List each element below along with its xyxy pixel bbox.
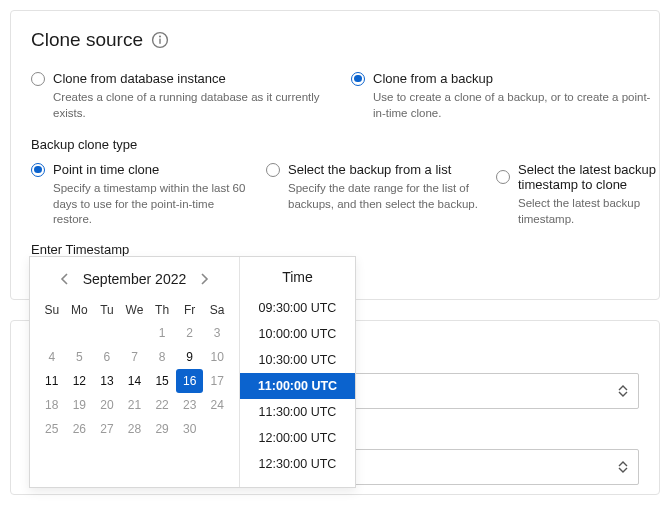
day-cell[interactable]: 13 bbox=[93, 369, 121, 393]
option-desc: Specify the date range for the list of b… bbox=[288, 181, 486, 212]
day-cell[interactable]: 28 bbox=[121, 417, 149, 441]
dow-cell: Th bbox=[148, 299, 176, 321]
calendar-pane: September 2022 SuMoTuWeThFrSa 1234567891… bbox=[30, 257, 240, 487]
backup-clone-type-label: Backup clone type bbox=[31, 137, 639, 152]
day-cell bbox=[93, 321, 121, 345]
day-cell[interactable]: 25 bbox=[38, 417, 66, 441]
day-cell[interactable]: 11 bbox=[38, 369, 66, 393]
dow-cell: Su bbox=[38, 299, 66, 321]
svg-point-1 bbox=[159, 36, 161, 38]
prev-month-button[interactable] bbox=[57, 271, 73, 287]
timestamp-label: Enter Timestamp bbox=[31, 242, 639, 257]
option-from-instance[interactable]: Clone from database instance Creates a c… bbox=[31, 71, 341, 121]
option-label: Clone from database instance bbox=[53, 71, 226, 86]
time-slot[interactable]: 12:00:00 UTC bbox=[240, 425, 355, 451]
stepper-icon bbox=[618, 461, 628, 473]
month-title: September 2022 bbox=[83, 271, 187, 287]
time-pane: Time 09:30:00 UTC10:00:00 UTC10:30:00 UT… bbox=[240, 257, 355, 487]
dow-cell: Mo bbox=[66, 299, 94, 321]
day-cell bbox=[203, 417, 231, 441]
day-cell[interactable]: 22 bbox=[148, 393, 176, 417]
time-slot[interactable]: 09:30:00 UTC bbox=[240, 295, 355, 321]
day-cell[interactable]: 23 bbox=[176, 393, 204, 417]
radio-icon bbox=[31, 163, 45, 177]
day-cell[interactable]: 10 bbox=[203, 345, 231, 369]
day-cell bbox=[38, 321, 66, 345]
day-cell[interactable]: 18 bbox=[38, 393, 66, 417]
day-cell[interactable]: 9 bbox=[176, 345, 204, 369]
day-cell[interactable]: 21 bbox=[121, 393, 149, 417]
day-cell[interactable]: 19 bbox=[66, 393, 94, 417]
day-of-week-row: SuMoTuWeThFrSa bbox=[38, 299, 231, 321]
dow-cell: Sa bbox=[203, 299, 231, 321]
day-cell[interactable]: 26 bbox=[66, 417, 94, 441]
day-cell[interactable]: 3 bbox=[203, 321, 231, 345]
section-title: Clone source bbox=[31, 29, 639, 51]
backup-clone-type-options: Point in time clone Specify a timestamp … bbox=[31, 162, 639, 228]
option-label: Select the backup from a list bbox=[288, 162, 451, 177]
stepper-icon bbox=[618, 385, 628, 397]
option-desc: Use to create a clone of a backup, or to… bbox=[373, 90, 651, 121]
option-point-in-time[interactable]: Point in time clone Specify a timestamp … bbox=[31, 162, 256, 228]
option-label: Clone from a backup bbox=[373, 71, 493, 86]
clone-source-options: Clone from database instance Creates a c… bbox=[31, 71, 639, 121]
day-cell[interactable]: 4 bbox=[38, 345, 66, 369]
dow-cell: Fr bbox=[176, 299, 204, 321]
time-slot[interactable]: 11:00:00 UTC bbox=[240, 373, 355, 399]
day-cell[interactable]: 30 bbox=[176, 417, 204, 441]
time-header: Time bbox=[240, 265, 355, 295]
option-latest-backup[interactable]: Select the latest backup timestamp to cl… bbox=[496, 162, 670, 228]
day-cell bbox=[121, 321, 149, 345]
section-title-text: Clone source bbox=[31, 29, 143, 51]
day-cell[interactable]: 7 bbox=[121, 345, 149, 369]
radio-icon bbox=[496, 170, 510, 184]
day-cell[interactable]: 12 bbox=[66, 369, 94, 393]
option-label: Select the latest backup timestamp to cl… bbox=[518, 162, 670, 192]
next-month-button[interactable] bbox=[196, 271, 212, 287]
dow-cell: Tu bbox=[93, 299, 121, 321]
day-cell[interactable]: 17 bbox=[203, 369, 231, 393]
option-desc: Creates a clone of a running database as… bbox=[53, 90, 341, 121]
day-cell[interactable]: 8 bbox=[148, 345, 176, 369]
datepicker-popover: September 2022 SuMoTuWeThFrSa 1234567891… bbox=[29, 256, 356, 488]
radio-icon bbox=[351, 72, 365, 86]
day-cell[interactable]: 5 bbox=[66, 345, 94, 369]
option-desc: Specify a timestamp within the last 60 d… bbox=[53, 181, 256, 228]
day-cell[interactable]: 24 bbox=[203, 393, 231, 417]
option-from-backup[interactable]: Clone from a backup Use to create a clon… bbox=[351, 71, 651, 121]
day-cell[interactable]: 6 bbox=[93, 345, 121, 369]
day-cell[interactable]: 20 bbox=[93, 393, 121, 417]
radio-icon bbox=[266, 163, 280, 177]
option-label: Point in time clone bbox=[53, 162, 159, 177]
day-cell[interactable]: 2 bbox=[176, 321, 204, 345]
day-cell[interactable]: 16 bbox=[176, 369, 204, 393]
day-cell[interactable]: 14 bbox=[121, 369, 149, 393]
info-icon[interactable] bbox=[151, 31, 169, 49]
option-select-from-list[interactable]: Select the backup from a list Specify th… bbox=[266, 162, 486, 228]
time-slot[interactable]: 11:30:00 UTC bbox=[240, 399, 355, 425]
time-list: 09:30:00 UTC10:00:00 UTC10:30:00 UTC11:0… bbox=[240, 295, 355, 477]
day-cell[interactable]: 29 bbox=[148, 417, 176, 441]
day-cell bbox=[66, 321, 94, 345]
time-slot[interactable]: 10:30:00 UTC bbox=[240, 347, 355, 373]
calendar-grid: 1234567891011121314151617181920212223242… bbox=[38, 321, 231, 441]
day-cell[interactable]: 27 bbox=[93, 417, 121, 441]
time-slot[interactable]: 10:00:00 UTC bbox=[240, 321, 355, 347]
dow-cell: We bbox=[121, 299, 149, 321]
radio-icon bbox=[31, 72, 45, 86]
day-cell[interactable]: 15 bbox=[148, 369, 176, 393]
svg-rect-2 bbox=[159, 39, 160, 44]
time-slot[interactable]: 12:30:00 UTC bbox=[240, 451, 355, 477]
day-cell[interactable]: 1 bbox=[148, 321, 176, 345]
option-desc: Select the latest backup timestamp. bbox=[518, 196, 670, 227]
